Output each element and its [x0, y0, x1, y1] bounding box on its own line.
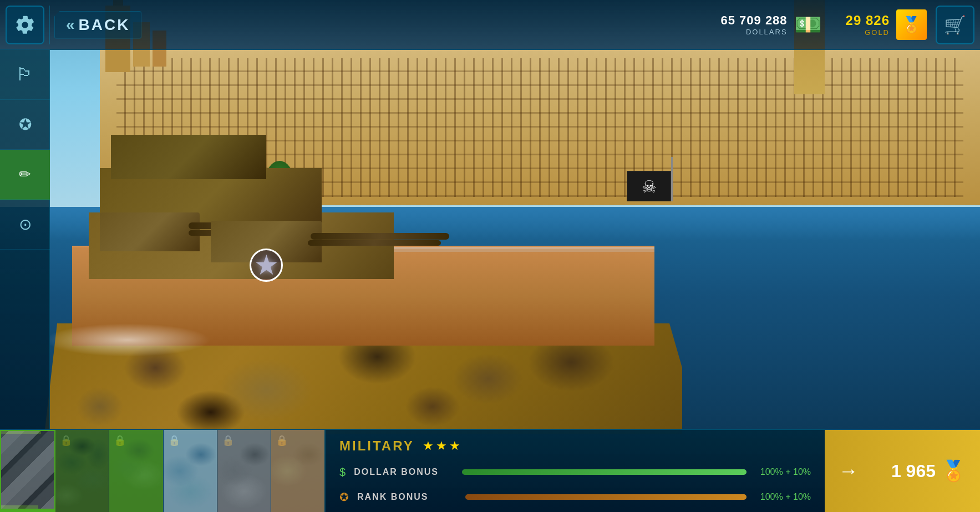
gold-display: 29 826 GOLD 🏅: [837, 9, 927, 40]
rank-bonus-bar-container: [465, 494, 747, 500]
star-emblem: [250, 249, 283, 282]
star-2: ★: [436, 439, 447, 453]
dollar-bonus-icon: $: [339, 466, 346, 479]
dollars-amount: 65 709 288: [720, 13, 787, 28]
buy-button[interactable]: → 1 965 🏅: [825, 430, 980, 512]
achievement-icon: ✪: [19, 115, 32, 134]
dollar-bonus-percent: 100% + 10%: [760, 467, 811, 477]
gold-label: GOLD: [865, 28, 890, 37]
gun-barrel-2b: [308, 240, 441, 246]
cart-button[interactable]: 🛒: [936, 6, 974, 44]
rank-bonus-row: ✪ RANK BONUS 100% + 10%: [339, 490, 811, 504]
top-bar: « BACK 65 709 288 DOLLARS 💵 29 826 GOLD …: [0, 0, 980, 50]
camo-tile-jungle-bright[interactable]: 🔒: [109, 430, 163, 512]
ship: [44, 146, 710, 434]
camo-tile-military[interactable]: [0, 430, 55, 512]
gold-amount: 29 826: [846, 13, 890, 28]
camo-desert-preview: [271, 430, 324, 512]
left-sidebar: 🏳 ✪ ✏ ⊙: [0, 50, 50, 429]
camo-gray-preview: [217, 430, 271, 512]
dollar-bonus-bar: [462, 469, 747, 475]
buy-price-display: 1 965 🏅: [891, 459, 966, 483]
rank-bonus-percent: 100% + 10%: [760, 492, 811, 502]
separator-1: [49, 6, 50, 44]
back-arrows-icon: «: [66, 16, 72, 34]
rank-bonus-label: RANK BONUS: [357, 492, 457, 502]
camo-tile-arctic[interactable]: 🔒: [164, 430, 217, 512]
ship-wake: [44, 323, 211, 357]
gun-turret-1: [100, 212, 200, 251]
sidebar-item-customize[interactable]: ✏: [0, 150, 50, 200]
camo-tile-gray[interactable]: 🔒: [217, 430, 271, 512]
camo-tile-jungle[interactable]: 🔒: [55, 430, 109, 512]
sidebar-item-emblem[interactable]: ⊙: [0, 200, 50, 250]
gold-bar-icon: 🏅: [896, 9, 927, 40]
back-button[interactable]: « BACK: [54, 11, 141, 39]
back-label: BACK: [79, 16, 130, 34]
camo-tile-desert[interactable]: 🔒: [271, 430, 324, 512]
camo-name: MILITARY: [339, 438, 414, 454]
sidebar-item-achievement[interactable]: ✪: [0, 100, 50, 150]
gun-barrel-2: [311, 233, 449, 240]
camo-jungle-preview: [55, 430, 109, 512]
camo-jungle-bright-preview: [109, 430, 163, 512]
camo-info-panel: MILITARY ★ ★ ★ $ DOLLAR BONUS 100% + 10%…: [326, 430, 825, 512]
dollar-bonus-bar-container: [462, 469, 747, 475]
sidebar-item-flag[interactable]: 🏳: [0, 50, 50, 100]
buy-arrow-icon: →: [839, 459, 859, 483]
dollar-bonus-label: DOLLAR BONUS: [354, 467, 454, 477]
camo-arctic-preview: [164, 430, 217, 512]
money-icon: 💵: [794, 12, 822, 38]
flag-icon: 🏳: [16, 64, 34, 85]
rank-bonus-icon: ✪: [339, 490, 349, 504]
pirate-flag: [627, 171, 671, 201]
settings-button[interactable]: [6, 6, 44, 44]
emblem-icon: ⊙: [19, 215, 32, 234]
dollars-label: DOLLARS: [746, 28, 788, 36]
buy-price-amount: 1 965: [891, 461, 936, 481]
camo-military-preview: [1, 431, 54, 511]
dollars-info: 65 709 288 DOLLARS: [720, 13, 787, 36]
gear-icon: [14, 14, 36, 36]
camo-stars: ★ ★ ★: [423, 439, 460, 453]
bottom-panel: 🔒 🔒 🔒 🔒 🔒 MILITARY ★: [0, 429, 980, 512]
star-circle: [250, 249, 283, 282]
gold-info: 29 826 GOLD: [846, 13, 890, 37]
buy-gold-icon: 🏅: [941, 459, 966, 483]
camo-name-row: MILITARY ★ ★ ★: [339, 438, 811, 454]
star-1: ★: [423, 439, 434, 453]
customize-icon: ✏: [19, 166, 31, 183]
superstructure-top: [111, 135, 266, 179]
star-3: ★: [449, 439, 460, 453]
camo-tiles-row: 🔒 🔒 🔒 🔒 🔒: [0, 430, 326, 512]
rank-bonus-bar: [465, 494, 747, 500]
dollars-display: 65 709 288 DOLLARS 💵: [720, 12, 821, 38]
dollar-bonus-row: $ DOLLAR BONUS 100% + 10%: [339, 466, 811, 479]
flag-pole: [671, 157, 673, 201]
